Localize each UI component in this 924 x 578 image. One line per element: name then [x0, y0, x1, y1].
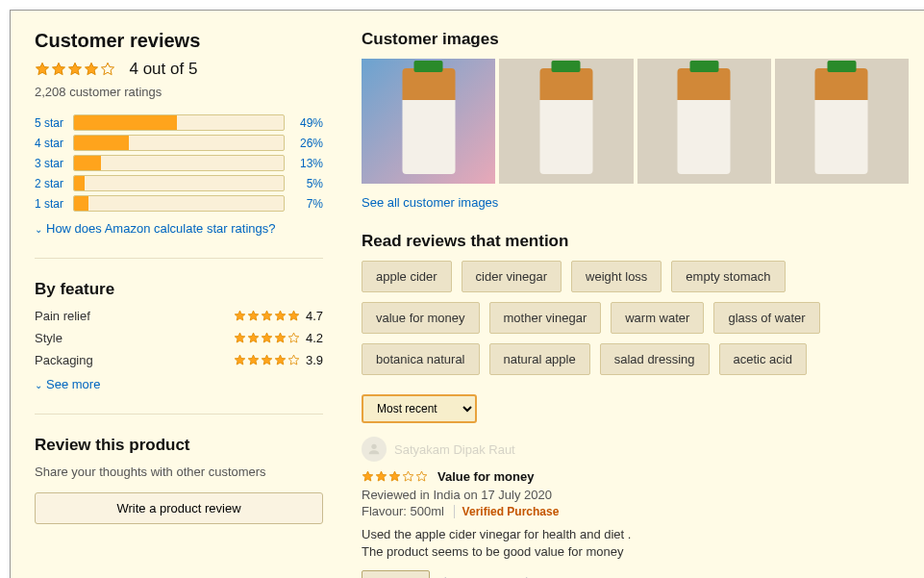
review-date: Reviewed in India on 17 July 2020	[362, 488, 909, 502]
mention-tag[interactable]: weight loss	[571, 261, 662, 292]
hist-label: 4 star	[35, 137, 73, 150]
review-prompt: Share your thoughts with other customers	[35, 465, 323, 479]
mention-tag[interactable]: empty stomach	[671, 261, 785, 292]
avatar-icon	[362, 437, 387, 462]
feature-score: 4.2	[306, 331, 323, 345]
hist-pct: 49%	[285, 116, 323, 130]
feature-row: Pain relief4.7	[35, 309, 323, 323]
histogram-row[interactable]: 3 star 13%	[35, 155, 323, 171]
hist-label: 1 star	[35, 197, 73, 211]
review-stars	[362, 470, 428, 483]
mention-tag[interactable]: value for money	[362, 302, 480, 334]
feature-score: 3.9	[306, 353, 323, 367]
customer-images-heading: Customer images	[362, 30, 909, 49]
feature-name: Packaging	[35, 353, 93, 367]
write-review-button[interactable]: Write a product review	[35, 492, 323, 524]
customer-image[interactable]	[637, 59, 771, 184]
hist-bar	[73, 114, 285, 131]
customer-image[interactable]	[362, 59, 495, 184]
reviewer-name: Satyakam Dipak Raut	[394, 442, 515, 457]
overall-rating: 4 out of 5	[35, 60, 323, 79]
mention-tag[interactable]: botanica natural	[362, 343, 480, 375]
hist-pct: 5%	[285, 177, 323, 190]
hist-label: 2 star	[35, 177, 73, 190]
customer-image[interactable]	[499, 59, 633, 184]
chevron-down-icon: ⌄	[35, 224, 42, 235]
review-variant: Flavour: 500ml Verified Purchase	[362, 504, 909, 518]
mention-tag[interactable]: natural apple	[489, 343, 590, 375]
mention-tag[interactable]: salad dressing	[600, 343, 710, 375]
see-more-features[interactable]: ⌄See more	[35, 377, 100, 391]
histogram-row[interactable]: 5 star 49%	[35, 114, 323, 131]
rating-histogram: 5 star 49%4 star 26%3 star 13%2 star 5%1…	[35, 114, 323, 212]
hist-bar	[73, 195, 285, 212]
svg-point-0	[371, 444, 376, 449]
chevron-down-icon: ⌄	[35, 380, 42, 390]
rating-summary: 4 out of 5	[129, 60, 197, 78]
mention-tag[interactable]: warm water	[611, 302, 704, 334]
hist-pct: 26%	[285, 137, 323, 150]
feature-row: Style4.2	[35, 331, 323, 345]
calc-ratings-link[interactable]: ⌄How does Amazon calculate star ratings?	[35, 221, 275, 236]
review-title[interactable]: Value for money	[437, 469, 534, 484]
histogram-row[interactable]: 4 star 26%	[35, 135, 323, 151]
mention-tag[interactable]: apple cider	[362, 261, 452, 292]
review-body: Used the apple cider vinegar for health …	[362, 526, 909, 561]
ratings-count: 2,208 customer ratings	[35, 85, 323, 99]
by-feature-heading: By feature	[35, 280, 323, 299]
verified-purchase-badge: Verified Purchase	[454, 505, 560, 518]
hist-bar	[73, 135, 285, 151]
mention-tag[interactable]: mother vinegar	[489, 302, 602, 334]
hist-label: 3 star	[35, 157, 73, 170]
reviews-heading: Customer reviews	[35, 30, 323, 52]
hist-pct: 13%	[285, 157, 323, 170]
histogram-row[interactable]: 1 star 7%	[35, 195, 323, 212]
feature-score: 4.7	[306, 309, 323, 323]
feature-row: Packaging3.9	[35, 353, 323, 367]
helpful-button[interactable]: Helpful	[362, 570, 430, 578]
hist-bar	[73, 155, 285, 171]
hist-label: 5 star	[35, 116, 73, 130]
mention-tag[interactable]: acetic acid	[719, 343, 807, 375]
feature-name: Style	[35, 331, 62, 345]
reviewer-byline[interactable]: Satyakam Dipak Raut	[362, 437, 909, 462]
feature-name: Pain relief	[35, 309, 90, 323]
see-all-images-link[interactable]: See all customer images	[362, 195, 498, 210]
mentions-heading: Read reviews that mention	[362, 232, 909, 251]
customer-images-strip	[362, 59, 909, 184]
customer-image[interactable]	[775, 59, 909, 184]
mention-tag[interactable]: cider vinegar	[462, 261, 562, 292]
review-this-heading: Review this product	[35, 436, 323, 455]
sort-select[interactable]: Most recent	[362, 394, 477, 423]
histogram-row[interactable]: 2 star 5%	[35, 175, 323, 191]
hist-pct: 7%	[285, 197, 323, 211]
hist-bar	[73, 175, 285, 191]
mention-tag[interactable]: glass of water	[713, 302, 819, 334]
